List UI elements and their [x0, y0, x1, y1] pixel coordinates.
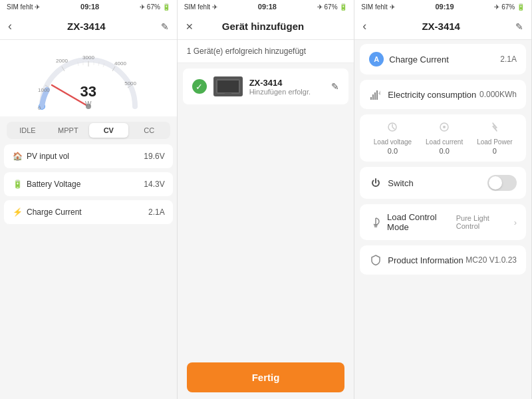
- load-control-row[interactable]: Load Control Mode Pure Light Control ›: [360, 204, 526, 240]
- nav-title-p1: ZX-3414: [67, 21, 106, 32]
- gauge-section: 3000 2000 4000 5000 1000 0 33 W: [0, 40, 177, 116]
- gauge-number: 33: [80, 83, 96, 100]
- switch-toggle[interactable]: [487, 175, 517, 191]
- svg-rect-22: [376, 90, 378, 100]
- load-control-card[interactable]: Load Control Mode Pure Light Control ›: [360, 204, 526, 240]
- tab-cc[interactable]: CC: [130, 123, 169, 138]
- svg-text:4000: 4000: [114, 61, 126, 66]
- switch-row: Switch: [360, 167, 526, 199]
- product-info-row: Product Information MC20 V1.0.23: [360, 245, 526, 275]
- close-icon-p2[interactable]: ✕: [186, 21, 194, 32]
- electricity-label-text: Electricity consumption: [388, 90, 476, 100]
- product-info-card: Product Information MC20 V1.0.23: [360, 245, 526, 275]
- load-row: Load voltage 0.0 Load current 0.0 Load P…: [366, 121, 519, 155]
- svg-rect-19: [370, 97, 372, 100]
- battery-icon: 🔋: [12, 179, 23, 190]
- back-button-p3[interactable]: ‹: [362, 19, 366, 33]
- switch-label-text: Switch: [388, 178, 413, 188]
- electricity-value: 0.000KWh: [479, 90, 517, 99]
- svg-rect-21: [374, 92, 376, 100]
- status-bar-panel1: SIM fehlt ✈ 09:18 ✈ 67% 🔋: [0, 0, 177, 13]
- load-control-value: Pure Light Control: [456, 214, 511, 230]
- charge-label-text-p1: Charge Current: [27, 207, 82, 217]
- electricity-icon: [369, 88, 382, 101]
- pv-input-row: 🏠 PV input vol 19.6V: [4, 144, 173, 168]
- success-check-icon: ✓: [192, 79, 207, 94]
- electricity-label: Electricity consumption: [369, 88, 476, 101]
- back-button-p1[interactable]: ‹: [8, 19, 12, 33]
- charge-current-label-text: Charge Current: [389, 55, 449, 65]
- product-info-label: Product Information: [369, 253, 463, 267]
- product-info-label-text: Product Information: [388, 255, 463, 265]
- status-right-p3: ✈ 67% 🔋: [494, 3, 525, 11]
- status-right-p2: ✈ 67% 🔋: [317, 3, 348, 11]
- load-section: Load voltage 0.0 Load current 0.0 Load P…: [360, 114, 526, 162]
- charge-current-row: A Charge Current 2.1A: [360, 44, 526, 74]
- device-info: ZX-3414 Hinzufügen erfolgr.: [249, 78, 325, 96]
- battery-label-text: Battery Voltage: [27, 180, 80, 189]
- success-message: 1 Gerät(e) erfolgreich hinzugefügt: [178, 40, 354, 63]
- load-power-value: 0: [493, 147, 497, 155]
- panel-add-device: SIM fehlt ✈ 09:18 ✈ 67% 🔋 ✕ Gerät hinzuf…: [178, 0, 355, 399]
- load-voltage-icon: [386, 121, 398, 136]
- load-power-item: Load Power 0: [477, 121, 512, 155]
- electricity-row: Electricity consumption 0.000KWh: [360, 80, 526, 109]
- status-left-p1: SIM fehlt ✈: [7, 3, 40, 11]
- device-list-item: ✓ ZX-3414 Hinzufügen erfolgr. ✎: [183, 68, 349, 104]
- data-list-p1: 🏠 PV input vol 19.6V 🔋 Battery Voltage 1…: [0, 144, 177, 399]
- gauge-unit: W: [80, 100, 96, 108]
- status-time-p1: 09:18: [80, 3, 99, 11]
- fertig-button[interactable]: Fertig: [187, 362, 345, 392]
- charge-value-p1: 2.1A: [148, 207, 165, 217]
- panel-device-detail: SIM fehlt ✈ 09:19 ✈ 67% 🔋 ‹ ZX-3414 ✎ A …: [354, 0, 532, 399]
- status-time-p3: 09:19: [435, 3, 454, 11]
- device-sub: Hinzufügen erfolgr.: [249, 88, 325, 96]
- charge-icon-p1: ⚡: [12, 207, 23, 217]
- shield-icon: [369, 253, 382, 267]
- load-control-label-text: Load Control Mode: [387, 212, 456, 232]
- tab-idle[interactable]: IDLE: [8, 123, 47, 138]
- svg-rect-20: [372, 94, 374, 100]
- device-image: [213, 76, 243, 96]
- status-bar-panel3: SIM fehlt ✈ 09:19 ✈ 67% 🔋: [354, 0, 531, 13]
- nav-title-p2: Gerät hinzufügen: [222, 21, 304, 32]
- bulb-icon: [369, 215, 382, 229]
- device-edit-icon[interactable]: ✎: [331, 81, 339, 92]
- tab-cv[interactable]: CV: [89, 123, 128, 138]
- battery-voltage-row: 🔋 Battery Voltage 14.3V: [4, 172, 173, 196]
- pv-icon: 🏠: [12, 151, 23, 162]
- load-voltage-value: 0.0: [388, 147, 398, 155]
- charge-current-row-p1: ⚡ Charge Current 2.1A: [4, 200, 173, 224]
- charge-current-card: A Charge Current 2.1A: [360, 44, 526, 74]
- mode-tabs: IDLE MPPT CV CC: [7, 122, 170, 139]
- svg-text:0: 0: [38, 105, 41, 111]
- charge-label-p1: ⚡ Charge Current: [12, 207, 82, 217]
- pv-value: 19.6V: [144, 152, 164, 161]
- device-name: ZX-3414: [249, 78, 325, 88]
- battery-label: 🔋 Battery Voltage: [12, 179, 80, 190]
- load-current-value: 0.0: [439, 147, 449, 155]
- svg-text:1000: 1000: [38, 87, 50, 93]
- nav-bar-p3: ‹ ZX-3414 ✎: [354, 13, 531, 40]
- load-power-label: Load Power: [477, 138, 512, 146]
- edit-icon-p3[interactable]: ✎: [515, 21, 523, 32]
- battery-value: 14.3V: [144, 180, 164, 189]
- tab-mppt[interactable]: MPPT: [49, 123, 88, 138]
- product-info-value: MC20 V1.0.23: [466, 255, 517, 265]
- charge-current-icon: A: [369, 52, 384, 66]
- nav-bar-p2: ✕ Gerät hinzufügen: [178, 13, 354, 40]
- svg-point-25: [443, 126, 446, 128]
- gauge-value-display: 33 W: [80, 83, 96, 108]
- charge-current-value: 2.1A: [500, 55, 517, 64]
- status-left-p3: SIM fehlt ✈: [361, 3, 394, 11]
- load-current-label: Load current: [426, 138, 463, 146]
- nav-bar-p1: ‹ ZX-3414 ✎: [0, 13, 177, 40]
- load-voltage-label: Load voltage: [374, 138, 412, 146]
- load-current-icon: [438, 121, 450, 136]
- svg-text:3000: 3000: [82, 55, 94, 61]
- switch-card: Switch: [360, 167, 526, 199]
- load-control-label: Load Control Mode: [369, 212, 456, 232]
- switch-label: Switch: [369, 176, 413, 190]
- charge-current-label: A Charge Current: [369, 52, 449, 66]
- edit-icon-p1[interactable]: ✎: [161, 21, 169, 32]
